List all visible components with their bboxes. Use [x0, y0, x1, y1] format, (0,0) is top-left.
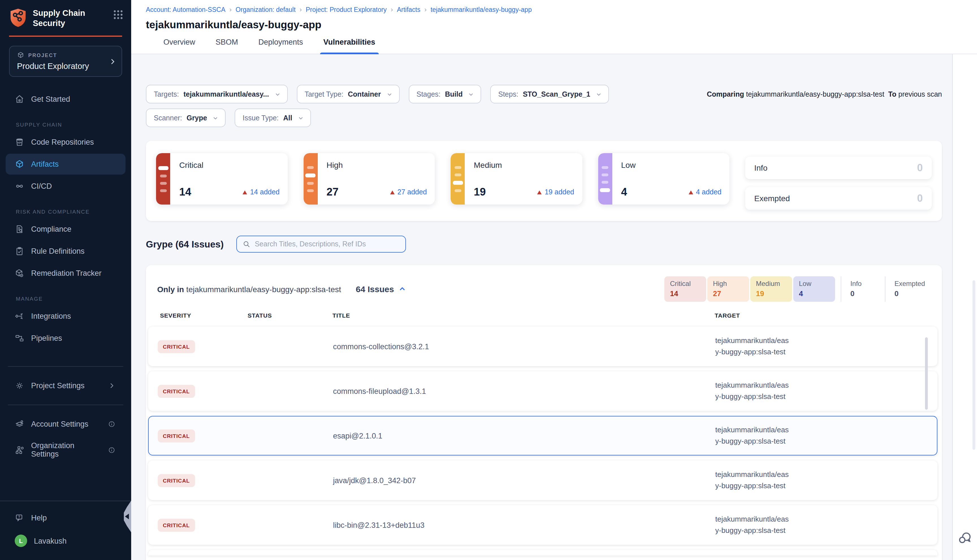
severity-badge: CRITICAL [158, 518, 195, 532]
chip-critical[interactable]: Critical14 [664, 276, 706, 302]
chip-high[interactable]: High27 [707, 276, 749, 302]
high-summary-card[interactable]: High 27 27 added [303, 153, 435, 205]
project-cube-icon [17, 52, 24, 59]
stages-filter-dropdown[interactable]: Stages: Build [409, 85, 481, 103]
issues-search[interactable] [236, 236, 406, 253]
breadcrumb-project[interactable]: Project: Product Exploratory [306, 6, 387, 13]
medium-summary-card[interactable]: Medium 19 19 added [451, 153, 582, 205]
comparing-previous-scan[interactable]: previous scan [899, 90, 942, 98]
sidebar-item-artifacts[interactable]: Artifacts [6, 154, 125, 175]
sidebar-item-label: CI/CD [31, 182, 52, 191]
chip-low[interactable]: Low4 [793, 276, 835, 302]
targets-filter-dropdown[interactable]: Targets: tejakummarikuntla/easy... [146, 85, 287, 103]
search-input[interactable] [255, 240, 399, 248]
critical-added-link[interactable]: 14 added [243, 188, 280, 196]
issues-count-toggle[interactable]: 64 Issues [356, 284, 406, 294]
severity-card-count: 4 [621, 186, 627, 198]
tab-sbom[interactable]: SBOM [216, 38, 238, 54]
table-row[interactable]: CRITICAL libc-bin@2.31-13+deb11u3 tejaku… [148, 505, 937, 545]
issues-heading-row: Grype (64 Issues) [146, 236, 942, 253]
breadcrumb-account[interactable]: Account: Automation-SSCA [146, 6, 225, 13]
sidebar-item-code-repositories[interactable]: Code Repositories [6, 132, 125, 153]
sidebar-item-pipelines[interactable]: Pipelines [6, 328, 125, 349]
chevron-up-icon [399, 285, 406, 293]
column-title: TITLE [332, 312, 715, 319]
sidebar-item-account-settings[interactable]: Account Settings [6, 414, 125, 435]
breadcrumb-separator: › [229, 6, 232, 13]
severity-badge: CRITICAL [158, 385, 195, 398]
high-gauge-icon [303, 153, 317, 205]
sidebar-item-integrations[interactable]: Integrations [6, 306, 125, 327]
filter-label: Scanner: [154, 114, 182, 122]
target-type-filter-dropdown[interactable]: Target Type: Container [297, 85, 399, 103]
info-card-label: Info [754, 163, 768, 172]
table-row[interactable]: CRITICAL commons-collections@3.2.1 tejak… [148, 327, 937, 366]
issues-scrollbar[interactable] [925, 337, 928, 410]
low-summary-card[interactable]: Low 4 4 added [598, 153, 729, 205]
sidebar-item-help[interactable]: ? Help [6, 507, 125, 528]
sidebar-item-remediation-tracker[interactable]: Remediation Tracker [6, 263, 125, 284]
section-label-manage: MANAGE [0, 285, 131, 305]
table-row[interactable] [148, 550, 937, 555]
sidebar-logo-row: Supply Chain Security [0, 0, 131, 28]
project-selector[interactable]: PROJECT Product Exploratory [9, 46, 122, 77]
high-added-link[interactable]: 27 added [390, 188, 427, 196]
chat-bubbles-icon[interactable] [958, 531, 972, 545]
exempted-summary-card[interactable]: Exempted 0 [745, 187, 932, 210]
scanner-filter-dropdown[interactable]: Scanner: Grype [146, 108, 225, 127]
chip-exempted[interactable]: Exempted0 [885, 276, 931, 302]
column-status: STATUS [248, 312, 332, 319]
chevron-down-icon [468, 91, 474, 97]
critical-summary-card[interactable]: Critical 14 14 added [156, 153, 287, 205]
issue-target: tejakummarikuntla/easy-buggy-app:slsa-te… [715, 469, 790, 492]
issue-title[interactable]: libc-bin@2.31-13+deb11u3 [333, 521, 715, 529]
table-row[interactable]: CRITICAL commons-fileupload@1.3.1 tejaku… [148, 371, 937, 411]
issues-panel: Only in tejakummarikuntla/easy-buggy-app… [146, 265, 942, 560]
issue-title[interactable]: esapi@2.1.0.1 [333, 432, 715, 440]
low-added-link[interactable]: 4 added [689, 188, 721, 196]
divider [8, 405, 123, 405]
tab-overview[interactable]: Overview [164, 38, 195, 54]
filter-label: Issue Type: [242, 114, 279, 122]
sidebar-item-label: Remediation Tracker [31, 269, 102, 278]
module-grid-icon[interactable] [113, 10, 123, 20]
sidebar-item-label: Get Started [31, 95, 70, 104]
breadcrumb-organization[interactable]: Organization: default [235, 6, 296, 13]
issues-heading: Grype (64 Issues) [146, 239, 224, 250]
user-menu[interactable]: L Lavakush [6, 529, 125, 553]
sidebar-item-compliance[interactable]: Compliance [6, 219, 125, 240]
home-icon [15, 95, 24, 104]
sidebar-item-project-settings[interactable]: Project Settings [6, 375, 125, 397]
table-row[interactable]: CRITICAL java/jdk@1.8.0_342-b07 tejakumm… [148, 460, 937, 500]
chip-info[interactable]: Info0 [841, 276, 879, 302]
tab-deployments[interactable]: Deployments [258, 38, 303, 54]
sidebar-item-organization-settings[interactable]: Organization Settings [6, 436, 125, 464]
chevron-right-icon [107, 382, 117, 390]
chevron-down-icon [386, 91, 392, 97]
chevron-down-icon [298, 115, 304, 121]
sidebar-item-get-started[interactable]: Get Started [6, 89, 125, 110]
clipboard-check-icon [15, 247, 24, 256]
medium-added-link[interactable]: 19 added [538, 188, 574, 196]
tab-vulnerabilities[interactable]: Vulnerabilities [323, 38, 376, 54]
issue-title[interactable]: commons-fileupload@1.3.1 [333, 387, 715, 395]
filter-value: tejakummarikuntla/easy... [184, 90, 269, 98]
sidebar-item-label: Artifacts [31, 160, 59, 169]
issue-title[interactable]: java/jdk@1.8.0_342-b07 [333, 476, 715, 485]
sidebar-item-cicd[interactable]: CI/CD [6, 176, 125, 197]
tab-bar: Overview SBOM Deployments Vulnerabilitie… [146, 38, 977, 54]
sidebar-item-rule-definitions[interactable]: Rule Definitions [6, 241, 125, 262]
table-row-selected[interactable]: CRITICAL esapi@2.1.0.1 tejakummarikuntla… [148, 416, 937, 455]
chip-medium[interactable]: Medium19 [750, 276, 792, 302]
sidebar-item-label: Project Settings [31, 382, 85, 390]
breadcrumb-artifacts[interactable]: Artifacts [397, 6, 420, 13]
sidebar-item-label: Code Repositories [31, 138, 94, 147]
info-summary-card[interactable]: Info 0 [745, 157, 932, 179]
issue-title[interactable]: commons-collections@3.2.1 [333, 342, 715, 351]
steps-filter-dropdown[interactable]: Steps: STO_Scan_Grype_1 [491, 85, 609, 103]
exempted-card-count: 0 [917, 192, 923, 204]
page-scrollbar[interactable] [972, 280, 975, 450]
breadcrumb-current[interactable]: tejakummarikuntla/easy-buggy-app [431, 6, 532, 13]
issue-type-filter-dropdown[interactable]: Issue Type: All [235, 108, 311, 127]
page-header: Account: Automation-SSCA › Organization:… [131, 0, 977, 54]
